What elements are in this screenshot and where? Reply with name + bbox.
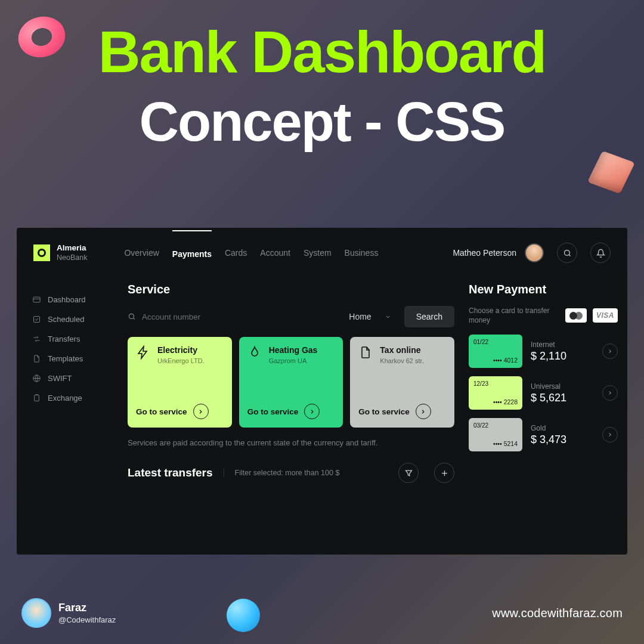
go-button[interactable] [602,385,618,401]
card-exp: 03/22 [473,422,518,429]
sidebar-item-dashboard[interactable]: Dashboard [32,290,123,309]
tile-tax-online[interactable]: Tax onlineKharkov 62 str. Go to service [350,337,454,428]
chevron-right-icon [607,432,613,438]
fire-icon [247,345,263,361]
sidebar-item-label: Exchange [48,394,82,402]
plus-icon [440,469,449,478]
card-exp: 12/23 [473,380,518,387]
search-button[interactable]: Search [404,306,454,327]
chevron-right-icon [607,348,613,354]
mastercard-badge[interactable] [565,308,587,323]
payment-amount: $ 3,473 [531,434,594,446]
tab-system[interactable]: System [304,230,332,275]
brand-mark-icon [33,244,50,261]
card-last4: •••• 5214 [493,440,518,447]
new-payment-sub: Choose a card to transfer money [469,306,559,325]
dashboard-app: Almeria NeoBank Overview Payments Cards … [17,228,627,555]
author-handle: @Codewithfaraz [58,615,116,624]
card-last4: •••• 4012 [493,357,518,364]
tab-overview[interactable]: Overview [124,230,159,275]
tile-sub: Gazprom UA [269,357,307,364]
topbar: Almeria NeoBank Overview Payments Cards … [17,228,627,278]
tile-electricity[interactable]: ElectricityUrkEnergo LTD. Go to service [128,337,232,428]
sidebar: Dashboard Scheduled Transfers Templates … [17,278,123,555]
mini-card[interactable]: 12/23•••• 2228 [469,376,522,410]
mini-card[interactable]: 03/22•••• 5214 [469,418,522,451]
arrow-right-icon [304,404,320,419]
author-name: Faraz [58,602,116,614]
tile-sub: Kharkov 62 str. [380,357,423,364]
payment-amount: $ 5,621 [531,392,594,404]
tile-heating-gas[interactable]: Heating GasGazprom UA Go to service [239,337,343,428]
search-icon [128,312,136,321]
sidebar-item-transfers[interactable]: Transfers [32,329,123,349]
transfers-filter-label: Filter selected: more than 100 $ [224,469,383,477]
sidebar-item-templates[interactable]: Templates [32,349,123,369]
search-button[interactable] [557,243,577,263]
main-tabs: Overview Payments Cards Account System B… [124,230,378,275]
chevron-down-icon [385,314,391,320]
mini-card[interactable]: 01/22•••• 4012 [469,335,522,368]
sidebar-item-label: Templates [48,354,83,363]
go-button[interactable] [602,427,618,442]
category-dropdown[interactable]: Home [344,312,395,321]
service-title: Service [128,283,454,296]
sidebar-item-swift[interactable]: SWIFT [32,369,123,388]
svg-rect-4 [35,395,39,401]
payment-label: Gold [531,424,594,432]
file-icon [358,345,374,361]
payment-label: Internet [531,340,594,349]
sidebar-item-label: Dashboard [48,295,86,304]
visa-icon: VISA [596,311,614,320]
go-button[interactable] [602,343,618,359]
chevron-right-icon [607,390,613,396]
input-placeholder: Account number [142,312,200,321]
brand-logo[interactable]: Almeria NeoBank [33,243,87,262]
payment-row-gold: 03/22•••• 5214 Gold$ 3,473 [469,418,618,451]
payment-row-internet: 01/22•••• 4012 Internet$ 2,110 [469,335,618,368]
clipboard-icon [32,394,41,402]
card-icon [32,295,41,304]
payment-amount: $ 2,110 [531,350,594,363]
search-icon [563,249,572,258]
tab-business[interactable]: Business [345,230,379,275]
mastercard-icon [569,311,583,320]
card-last4: •••• 2228 [493,398,518,405]
visa-badge[interactable]: VISA [593,308,618,323]
account-number-input[interactable]: Account number [128,312,336,321]
svg-point-5 [129,314,134,318]
site-url: www.codewithfaraz.com [492,606,623,620]
tile-cta-label: Go to service [358,407,410,416]
cube-decoration [587,151,635,194]
card-exp: 01/22 [473,339,518,345]
tile-title: Tax online [380,345,423,355]
payment-row-universal: 12/23•••• 2228 Universal$ 5,621 [469,376,618,410]
tab-cards[interactable]: Cards [225,230,247,275]
bolt-icon [136,345,151,361]
filter-button[interactable] [398,463,419,483]
avatar[interactable] [525,243,544,262]
bell-icon [596,249,605,258]
sidebar-item-scheduled[interactable]: Scheduled [32,309,123,329]
dropdown-value: Home [349,312,371,321]
sidebar-item-label: Transfers [48,335,80,343]
tile-title: Electricity [157,345,205,355]
hero-title-1: Bank Dashboard [0,23,644,81]
page-footer: Faraz @Codewithfaraz www.codewithfaraz.c… [0,582,644,644]
tile-cta-label: Go to service [136,407,187,416]
author-avatar [21,598,51,628]
svg-rect-1 [33,297,40,302]
notifications-button[interactable] [590,243,611,263]
arrow-right-icon [416,404,431,419]
tile-cta-label: Go to service [247,407,299,416]
user-name: Matheo Peterson [453,248,516,258]
service-note: Services are paid according to the curre… [128,438,454,447]
tile-sub: UrkEnergo LTD. [157,357,205,364]
file-icon [32,354,41,363]
tab-payments[interactable]: Payments [172,230,212,275]
transfer-icon [32,335,41,343]
brand-name: Almeria [57,243,86,252]
sidebar-item-exchange[interactable]: Exchange [32,388,123,408]
add-button[interactable] [434,463,454,483]
tab-account[interactable]: Account [260,230,290,275]
